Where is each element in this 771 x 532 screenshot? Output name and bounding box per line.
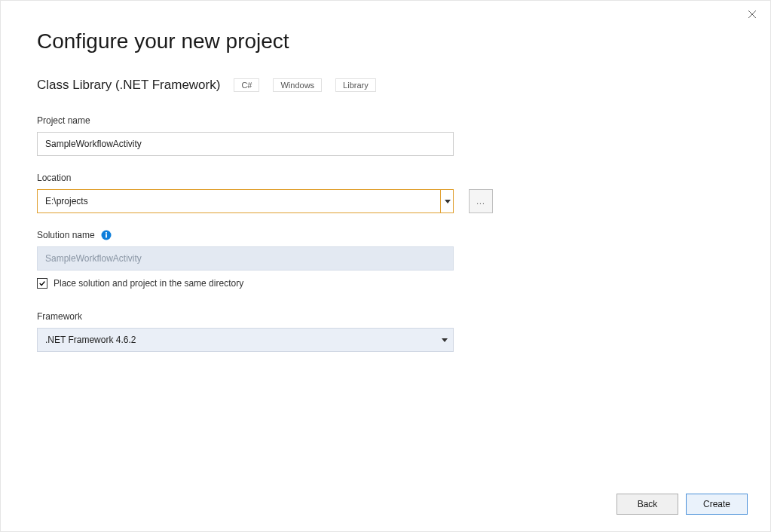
create-button[interactable]: Create bbox=[686, 494, 748, 515]
page-title: Configure your new project bbox=[37, 29, 734, 54]
svg-rect-4 bbox=[106, 234, 107, 238]
location-dropdown-button[interactable] bbox=[440, 189, 454, 213]
template-row: Class Library (.NET Framework) C# Window… bbox=[37, 78, 734, 93]
place-solution-checkbox[interactable] bbox=[37, 278, 47, 289]
browse-button[interactable]: ... bbox=[469, 189, 493, 213]
project-name-label: Project name bbox=[37, 115, 454, 126]
info-icon bbox=[101, 230, 112, 240]
framework-select[interactable]: .NET Framework 4.6.2 bbox=[37, 328, 454, 352]
svg-rect-5 bbox=[106, 232, 107, 234]
close-button[interactable] bbox=[748, 8, 760, 20]
framework-value: .NET Framework 4.6.2 bbox=[45, 335, 136, 345]
project-name-input[interactable] bbox=[37, 132, 454, 156]
close-icon bbox=[748, 10, 757, 19]
solution-name-input bbox=[37, 246, 454, 271]
place-solution-label: Place solution and project in the same d… bbox=[54, 278, 243, 289]
template-tag: Library bbox=[335, 78, 376, 92]
chevron-down-icon bbox=[445, 200, 451, 203]
svg-marker-2 bbox=[445, 200, 451, 203]
back-button[interactable]: Back bbox=[616, 494, 678, 515]
template-tag: Windows bbox=[273, 78, 322, 92]
location-label: Location bbox=[37, 173, 734, 183]
solution-name-label: Solution name bbox=[37, 230, 95, 240]
location-input[interactable] bbox=[37, 189, 454, 213]
template-name: Class Library (.NET Framework) bbox=[37, 78, 220, 93]
template-tag: C# bbox=[234, 78, 259, 92]
framework-label: Framework bbox=[37, 311, 454, 322]
checkmark-icon bbox=[38, 280, 46, 287]
